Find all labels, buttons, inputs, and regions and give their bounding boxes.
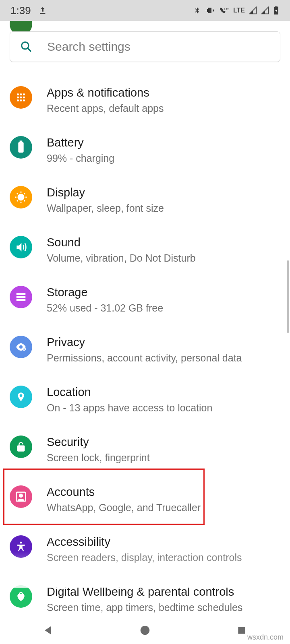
settings-item-battery[interactable]: Battery99% - charging (0, 125, 290, 175)
svg-point-28 (141, 625, 150, 635)
upload-icon (38, 6, 47, 15)
settings-item-display[interactable]: DisplayWallpaper, sleep, font size (0, 175, 290, 225)
item-subtitle: 99% - charging (47, 151, 280, 165)
svg-point-24 (20, 542, 22, 544)
item-title: Storage (47, 285, 280, 299)
item-subtitle: 52% used - 31.02 GB free (47, 301, 280, 315)
settings-item-accounts[interactable]: AccountsWhatsApp, Google, and Truecaller (0, 474, 290, 524)
prev-item-peek[interactable] (0, 21, 290, 32)
security-icon (10, 436, 32, 458)
signal-icon-1 (249, 6, 257, 14)
back-button[interactable] (16, 618, 81, 642)
item-title: Apps & notifications (47, 85, 280, 100)
search-bar[interactable] (10, 31, 280, 62)
storage-icon (10, 286, 32, 308)
search-icon (20, 40, 33, 53)
item-title: Digital Wellbeing & parental controls (47, 584, 280, 599)
svg-rect-11 (20, 140, 23, 142)
settings-scroll[interactable]: Apps & notificationsRecent apps, default… (0, 21, 290, 616)
item-title: Security (47, 435, 280, 449)
home-button[interactable] (113, 618, 177, 642)
volte-icon: LTE (219, 6, 229, 14)
item-title: Accessibility (47, 535, 280, 549)
svg-point-19 (20, 394, 23, 397)
svg-rect-13 (17, 293, 26, 295)
settings-item-privacy[interactable]: PrivacyPermissions, account activity, pe… (0, 324, 290, 374)
svg-point-23 (19, 494, 23, 497)
vibrate-icon (205, 6, 215, 15)
search-input[interactable] (47, 40, 270, 54)
settings-list: Apps & notificationsRecent apps, default… (0, 32, 290, 616)
svg-text:LTE: LTE (224, 8, 229, 10)
item-title: Location (47, 385, 280, 399)
apps-icon (10, 86, 32, 109)
item-title: Sound (47, 235, 280, 250)
settings-item-security[interactable]: SecurityScreen lock, fingerprint (0, 424, 290, 474)
status-right: LTE LTE (193, 6, 280, 15)
wellbeing-icon (10, 585, 32, 608)
svg-line-27 (28, 48, 31, 52)
scrollbar[interactable] (287, 45, 289, 584)
svg-point-12 (18, 194, 24, 200)
settings-item-accessibility[interactable]: AccessibilityScreen readers, display, in… (0, 524, 290, 574)
settings-item-digital-wellbeing-parental-controls[interactable]: Digital Wellbeing & parental controlsScr… (0, 574, 290, 616)
accessibility-icon (10, 535, 32, 558)
svg-point-9 (23, 99, 25, 101)
item-title: Privacy (47, 335, 280, 349)
item-subtitle: Wallpaper, sleep, font size (47, 201, 280, 215)
svg-point-7 (17, 99, 19, 101)
location-icon (10, 386, 32, 408)
svg-rect-15 (17, 299, 26, 301)
bluetooth-icon (193, 6, 201, 15)
lte-icon: LTE (233, 7, 245, 14)
svg-point-3 (23, 93, 25, 95)
svg-point-6 (23, 97, 25, 99)
status-bar: 1:39 LTE LTE (0, 0, 290, 21)
svg-point-2 (20, 93, 22, 95)
item-subtitle: Permissions, account activity, personal … (47, 351, 280, 365)
settings-item-apps-notifications[interactable]: Apps & notificationsRecent apps, default… (0, 75, 290, 125)
signal-icon-2 (261, 6, 269, 14)
scrollbar-thumb[interactable] (287, 260, 289, 333)
svg-point-26 (22, 42, 29, 49)
item-subtitle: Volume, vibration, Do Not Disturb (47, 251, 280, 265)
svg-point-5 (20, 97, 22, 99)
status-time: 1:39 (10, 4, 31, 17)
status-left: 1:39 (10, 4, 47, 17)
settings-item-location[interactable]: LocationOn - 13 apps have access to loca… (0, 374, 290, 424)
svg-point-4 (17, 97, 19, 99)
privacy-icon (10, 336, 32, 358)
item-title: Battery (47, 135, 280, 150)
settings-item-storage[interactable]: Storage52% used - 31.02 GB free (0, 275, 290, 324)
svg-rect-10 (18, 142, 23, 153)
svg-rect-18 (23, 349, 25, 350)
item-subtitle: WhatsApp, Google, and Truecaller (47, 501, 280, 514)
svg-point-21 (20, 448, 22, 449)
item-subtitle: Screen lock, fingerprint (47, 451, 280, 464)
sound-icon (10, 236, 32, 258)
watermark: wsxdn.com (247, 633, 284, 642)
svg-point-8 (20, 99, 22, 101)
svg-point-16 (19, 345, 23, 349)
battery-icon (10, 136, 32, 159)
settings-item-sound[interactable]: SoundVolume, vibration, Do Not Disturb (0, 225, 290, 275)
item-subtitle: Recent apps, default apps (47, 101, 280, 115)
accounts-icon (10, 485, 32, 508)
item-subtitle: On - 13 apps have access to location (47, 401, 280, 415)
item-title: Accounts (47, 485, 280, 499)
battery-status-icon (273, 6, 280, 15)
item-subtitle: Screen readers, display, interaction con… (47, 551, 280, 564)
navigation-bar (0, 616, 290, 644)
svg-point-1 (17, 93, 19, 95)
display-icon (10, 186, 32, 208)
item-title: Display (47, 185, 280, 200)
connected-devices-icon (10, 21, 32, 32)
item-subtitle: Screen time, app timers, bedtime schedul… (47, 601, 280, 614)
svg-rect-29 (238, 627, 245, 634)
settings-content: Apps & notificationsRecent apps, default… (0, 21, 290, 616)
svg-rect-14 (17, 296, 26, 298)
